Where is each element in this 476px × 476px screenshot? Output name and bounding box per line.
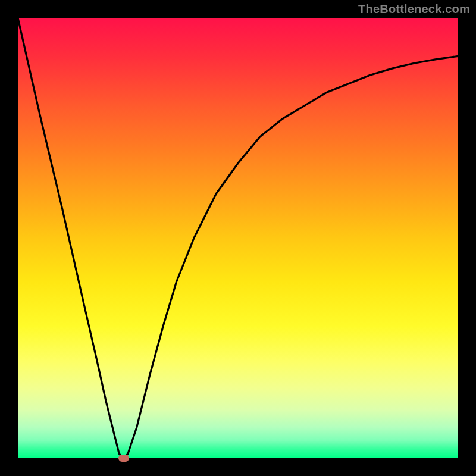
curve-path [18, 18, 458, 458]
attribution-label: TheBottleneck.com [358, 2, 470, 16]
plot-area [18, 18, 458, 458]
minimum-marker [118, 455, 129, 462]
chart-frame: TheBottleneck.com [0, 0, 476, 476]
curve-svg [18, 18, 458, 458]
